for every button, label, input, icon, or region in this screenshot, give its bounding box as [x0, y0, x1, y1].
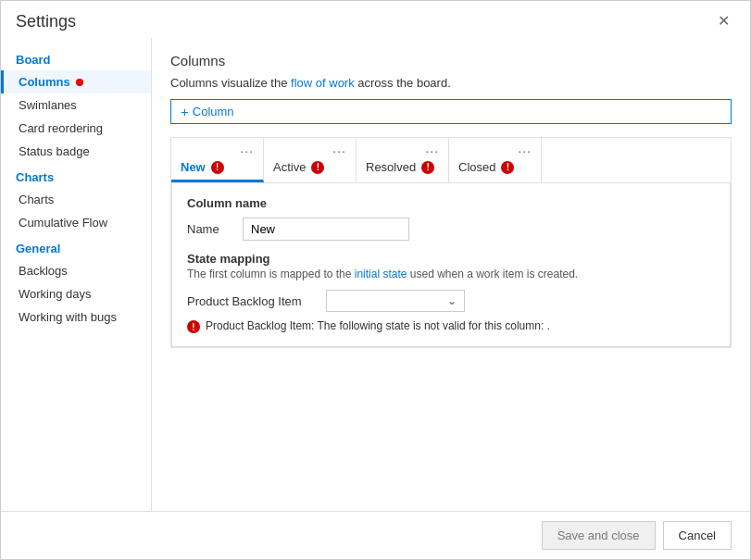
column-tab-active[interactable]: ··· Active !	[264, 138, 357, 182]
error-message: ! Product Backlog Item: The following st…	[187, 319, 715, 333]
column-tab-active-header: ···	[273, 143, 346, 158]
mapping-row: Product Backlog Item ⌄	[187, 290, 715, 312]
sidebar-item-columns-label: Columns	[19, 75, 70, 89]
sidebar-item-card-reordering-label: Card reordering	[19, 121, 103, 135]
column-tab-active-error: !	[311, 161, 324, 174]
sidebar-item-working-with-bugs[interactable]: Working with bugs	[1, 305, 151, 329]
sidebar: Board Columns Swimlanes Card reordering …	[1, 38, 152, 511]
add-column-button[interactable]: + Column	[170, 99, 732, 124]
name-field-input[interactable]	[243, 218, 409, 241]
column-tab-active-dots[interactable]: ···	[332, 143, 346, 158]
column-tab-resolved-header: ···	[366, 143, 439, 158]
sidebar-item-working-days[interactable]: Working days	[1, 282, 151, 305]
state-mapping-desc-part2: used when a work item is created.	[407, 268, 578, 280]
column-tab-closed-label-row: Closed !	[458, 160, 532, 174]
state-mapping-section: State mapping The first column is mapped…	[187, 252, 715, 333]
column-tab-resolved-error: !	[421, 161, 434, 174]
column-tab-resolved[interactable]: ··· Resolved !	[357, 138, 449, 182]
mapping-dropdown[interactable]: ⌄	[326, 290, 465, 312]
sidebar-item-working-days-label: Working days	[19, 287, 92, 301]
error-icon: !	[187, 320, 200, 333]
columns-container: ··· New ! ··· Active	[170, 137, 732, 348]
state-mapping-title: State mapping	[187, 252, 715, 266]
description-text: Columns visualize the flow of work acros…	[170, 76, 732, 90]
column-tab-closed-label: Closed	[458, 160, 495, 174]
sidebar-item-backlogs-label: Backlogs	[19, 264, 68, 278]
state-mapping-desc-part1: The first column is mapped to the	[187, 268, 355, 280]
dialog-body: Board Columns Swimlanes Card reordering …	[1, 38, 750, 511]
desc-highlight: flow of work	[291, 76, 355, 90]
cancel-button[interactable]: Cancel	[663, 521, 732, 550]
sidebar-item-cumulative-flow[interactable]: Cumulative Flow	[1, 211, 151, 234]
sidebar-section-general: General	[1, 234, 151, 259]
column-tab-closed-dots[interactable]: ···	[518, 143, 532, 158]
dialog-header: Settings ✕	[1, 1, 750, 38]
sidebar-item-backlogs[interactable]: Backlogs	[1, 259, 151, 282]
sidebar-item-columns[interactable]: Columns	[1, 70, 151, 93]
sidebar-section-board: Board	[1, 45, 151, 70]
desc-part1: Columns visualize the	[170, 76, 291, 90]
content-section-title: Columns	[170, 53, 732, 68]
column-tab-active-label: Active	[273, 160, 306, 174]
column-tab-new-error: !	[211, 161, 224, 174]
mapping-row-label: Product Backlog Item	[187, 294, 317, 308]
column-tab-new-header: ···	[181, 143, 254, 158]
column-detail-panel: Column name Name State mapping The first…	[171, 183, 731, 347]
sidebar-item-working-with-bugs-label: Working with bugs	[19, 310, 117, 324]
sidebar-item-cumulative-flow-label: Cumulative Flow	[19, 216, 107, 230]
settings-dialog: Settings ✕ Board Columns Swimlanes Card …	[0, 0, 751, 560]
chevron-down-icon: ⌄	[447, 294, 457, 307]
sidebar-item-card-reordering[interactable]: Card reordering	[1, 117, 151, 140]
column-tab-active-label-row: Active !	[273, 160, 346, 174]
dialog-footer: Save and close Cancel	[1, 511, 750, 559]
sidebar-item-swimlanes-label: Swimlanes	[19, 98, 77, 112]
sidebar-item-swimlanes[interactable]: Swimlanes	[1, 93, 151, 117]
state-mapping-desc-highlight: initial state	[355, 268, 407, 280]
column-tab-closed[interactable]: ··· Closed !	[449, 138, 542, 182]
columns-tabs: ··· New ! ··· Active	[171, 138, 731, 183]
columns-error-dot	[76, 79, 83, 86]
close-button[interactable]: ✕	[712, 10, 735, 32]
save-and-close-button[interactable]: Save and close	[542, 521, 656, 550]
column-tab-resolved-dots[interactable]: ···	[425, 143, 439, 158]
sidebar-item-status-badge[interactable]: Status badge	[1, 140, 151, 163]
column-tab-new-dots[interactable]: ···	[240, 143, 254, 158]
column-tab-resolved-label: Resolved	[366, 160, 416, 174]
column-tab-new-label: New	[181, 160, 206, 174]
state-mapping-desc: The first column is mapped to the initia…	[187, 268, 715, 280]
column-tab-closed-header: ···	[458, 143, 532, 158]
sidebar-section-charts: Charts	[1, 163, 151, 188]
name-field-label: Name	[187, 222, 243, 236]
error-text: Product Backlog Item: The following stat…	[206, 319, 550, 332]
name-field-row: Name	[187, 218, 715, 241]
column-tab-resolved-label-row: Resolved !	[366, 160, 439, 174]
column-tab-new-label-row: New !	[181, 160, 254, 174]
column-name-section-title: Column name	[187, 196, 715, 210]
desc-part2: across the board.	[355, 76, 451, 90]
sidebar-item-status-badge-label: Status badge	[19, 144, 90, 158]
sidebar-item-charts-label: Charts	[19, 193, 54, 206]
column-tab-new[interactable]: ··· New !	[171, 138, 264, 182]
main-content: Columns Columns visualize the flow of wo…	[152, 38, 750, 511]
dialog-title: Settings	[16, 12, 76, 31]
plus-icon: +	[181, 104, 189, 119]
add-column-label: Column	[193, 105, 234, 118]
sidebar-item-charts[interactable]: Charts	[1, 188, 151, 211]
column-tab-closed-error: !	[501, 161, 514, 174]
